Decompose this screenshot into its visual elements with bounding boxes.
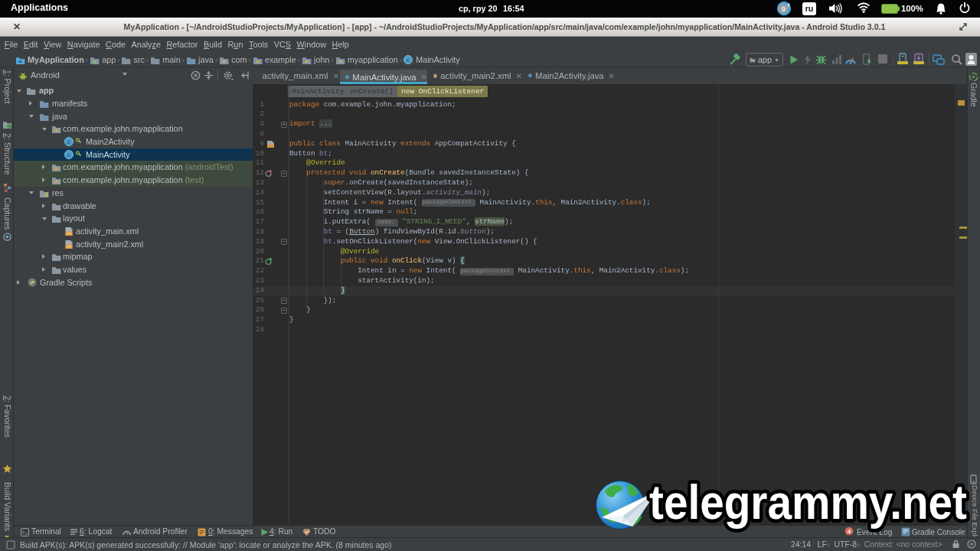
svg-text:c: c: [407, 56, 410, 63]
svg-text:<>: <>: [67, 231, 72, 236]
svg-text:c: c: [346, 75, 348, 78]
svg-text:c: c: [529, 74, 531, 77]
svg-text:c: c: [67, 139, 71, 145]
svg-text:c: c: [67, 151, 71, 158]
svg-text:telegrammy.net: telegrammy.net: [649, 475, 967, 529]
svg-text:<>: <>: [67, 244, 72, 249]
svg-text:9: 9: [782, 5, 786, 13]
